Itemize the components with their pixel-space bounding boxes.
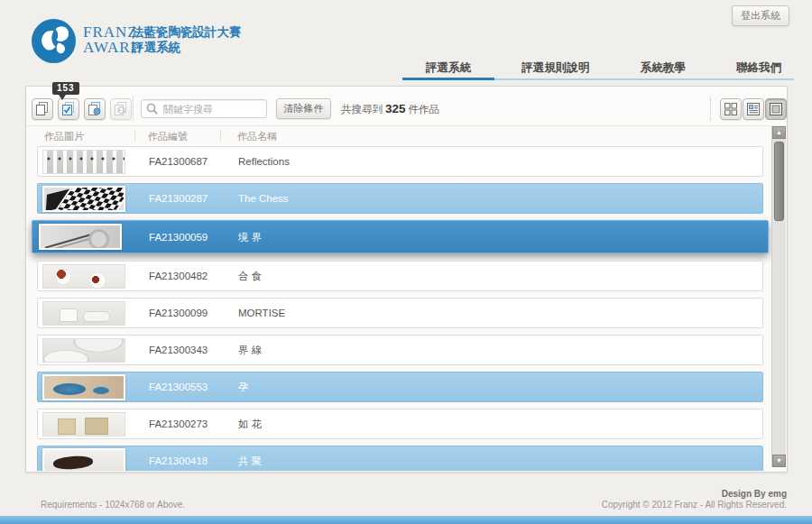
franz-logo-icon [32,19,76,63]
table-row[interactable]: FA21300099 MORTISE [37,298,763,328]
toolbar-divider [710,97,711,121]
grid-view-icon[interactable] [720,98,742,120]
clear-filter-button[interactable]: 清除條件 [276,98,331,119]
table-row[interactable]: FA21300553 孕 [37,372,763,402]
work-id: FA21300418 [149,446,208,471]
work-name: 如 花 [238,409,262,439]
work-name: 孕 [238,372,249,402]
work-name: 境 界 [238,221,262,253]
work-thumbnail-image [43,413,125,436]
table-row[interactable]: FA21300687 Reflections [37,146,763,177]
search-input[interactable] [163,100,264,117]
table-row[interactable]: FA21300482 合 食 [37,261,763,291]
nav-tab-active[interactable]: 評選系統 [413,58,484,78]
table-row[interactable]: FA21300287 The Chess [37,183,763,214]
column-divider [134,130,135,142]
pages-check-icon[interactable] [58,98,79,120]
work-thumbnail [42,264,125,289]
detail-view-icon[interactable] [743,98,764,120]
table-row[interactable]: FA21300343 界 線 [37,335,763,365]
work-thumbnail-image [43,265,125,288]
main-nav: 評選系統評選規則說明系統教學聯絡我們 [413,58,794,80]
work-thumbnail-image [43,302,125,325]
result-count: 325 [383,102,409,115]
works-panel: 153 清除條件 共搜尋到325件作品 [25,86,788,473]
work-id: FA21300687 [149,147,208,177]
work-thumbnail-image [44,450,124,471]
work-name: 共 聚 [238,446,262,471]
work-thumbnail [42,374,125,400]
work-name: MORTISE [238,299,285,328]
requirements-note: Requirements - 1024x768 or Above. [41,500,185,510]
scrollbar-thumb[interactable] [774,142,784,221]
work-id: FA21300287 [149,184,208,214]
toolbar-divider [133,97,134,121]
work-name: 界 線 [238,336,262,365]
work-thumbnail-image [43,339,125,362]
work-id: FA21300482 [149,262,208,291]
table-row[interactable]: FA21300059 境 界 [32,220,769,253]
works-list: FA21300687 Reflections FA21300287 The Ch… [26,146,787,471]
work-thumbnail-image [41,225,120,248]
search-icon [146,103,158,115]
logout-button[interactable]: 登出系統 [732,5,789,26]
work-thumbnail [39,224,122,250]
column-header-id: 作品編號 [148,128,188,144]
work-name: The Chess [238,184,289,214]
result-count-text: 共搜尋到325件作品 [341,98,439,120]
work-id: FA21300343 [149,336,208,365]
toolbar: 153 清除條件 共搜尋到325件作品 [26,87,787,126]
pages-flag-icon[interactable] [84,98,106,120]
column-header-image: 作品圖片 [44,128,84,144]
work-thumbnail [42,448,125,471]
work-thumbnail [42,186,125,212]
work-thumbnail-image [44,376,124,399]
work-thumbnail [42,338,125,363]
nav-tab-item[interactable]: 系統教學 [628,58,698,78]
scroll-down-icon[interactable]: ▼ [772,455,786,467]
nav-tab-item[interactable]: 評選規則說明 [509,58,602,78]
copyright-text: Copyright © 2012 Franz - All Rights Rese… [602,500,787,510]
work-id: FA21300553 [149,372,208,402]
pages-refresh-icon[interactable] [110,98,132,120]
work-id: FA21300273 [149,409,208,439]
nav-tab-item[interactable]: 聯絡我們 [724,58,794,78]
bottom-accent-bar [0,516,812,524]
search-box [141,99,267,118]
scroll-up-icon[interactable]: ▲ [772,126,786,139]
column-header-name: 作品名稱 [237,128,277,144]
work-id: FA21300059 [149,221,208,253]
column-divider [220,130,221,142]
pages-stack-icon[interactable] [32,98,53,120]
table-row[interactable]: FA21300273 如 花 [37,409,763,439]
list-scrollbar[interactable]: ▲ ▼ [771,126,786,467]
work-name: Reflections [238,147,290,177]
work-thumbnail [42,150,125,174]
design-credit: Design By emg [722,489,787,499]
single-view-icon[interactable] [765,98,787,120]
work-thumbnail [42,301,125,326]
work-id: FA21300099 [149,299,208,328]
work-thumbnail-image [44,188,124,210]
checked-count-badge: 153 [52,82,79,95]
work-name: 合 食 [238,262,262,291]
work-thumbnail-image [43,151,125,173]
page-title: 法藍瓷陶瓷設計大賽 評選系統 [132,24,242,55]
table-row[interactable]: FA21300418 共 聚 [37,446,763,471]
work-thumbnail [42,412,125,437]
